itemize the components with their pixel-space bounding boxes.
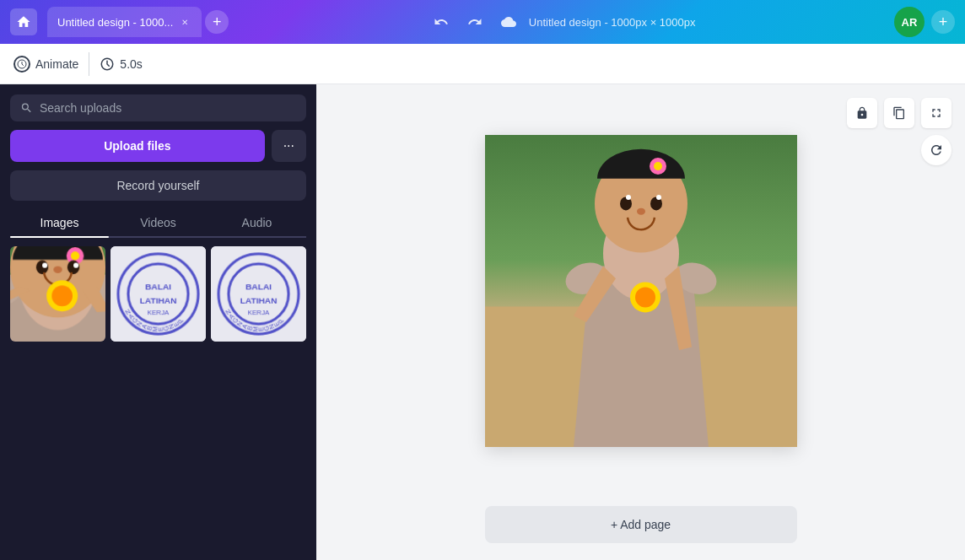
images-tab[interactable]: Images xyxy=(10,209,109,236)
topbar-right: AR + xyxy=(894,7,955,37)
upload-files-button[interactable]: Upload files xyxy=(10,130,265,162)
refresh-button[interactable] xyxy=(921,135,952,165)
design-toolbar: Animate 5.0s xyxy=(0,44,965,84)
duration-button[interactable]: 5.0s xyxy=(100,57,142,72)
share-button[interactable]: + xyxy=(931,10,955,34)
videos-tab[interactable]: Videos xyxy=(109,209,208,236)
add-page-button[interactable]: + Add page xyxy=(485,506,797,543)
redo-button[interactable] xyxy=(461,8,488,35)
topbar-center: Untitled design - 1000px × 1000px xyxy=(235,8,887,35)
canvas-toolbar xyxy=(847,98,952,128)
lock-button[interactable] xyxy=(847,98,877,128)
copy-button[interactable] xyxy=(884,98,914,128)
user-avatar[interactable]: AR xyxy=(894,7,925,37)
tab-area: Untitled design - 1000... ✕ + xyxy=(47,7,229,37)
uploads-sidebar: Upload files ··· Record yourself Images … xyxy=(0,84,316,560)
topbar: Untitled design - 1000... ✕ + Untitled d… xyxy=(0,0,965,44)
expand-button[interactable] xyxy=(921,98,952,128)
stamp-thumbnail-2[interactable] xyxy=(211,246,306,342)
stamp-thumbnail-1[interactable] xyxy=(111,246,206,342)
audio-tab[interactable]: Audio xyxy=(208,209,306,236)
home-button[interactable] xyxy=(10,8,37,35)
document-title: Untitled design - 1000px × 1000px xyxy=(529,16,696,29)
animate-icon xyxy=(13,56,30,73)
add-tab-button[interactable]: + xyxy=(205,10,229,34)
media-tabs: Images Videos Audio xyxy=(10,209,306,238)
active-tab[interactable]: Untitled design - 1000... ✕ xyxy=(47,7,202,37)
toolbar-divider xyxy=(89,52,89,76)
cloud-save-button[interactable] xyxy=(495,8,522,35)
animate-button[interactable]: Animate xyxy=(13,56,78,73)
record-yourself-button[interactable]: Record yourself xyxy=(10,170,306,201)
image-thumbnail[interactable] xyxy=(10,246,105,342)
design-canvas xyxy=(485,135,797,447)
search-box[interactable] xyxy=(10,94,306,121)
undo-button[interactable] xyxy=(428,8,455,35)
tab-close-button[interactable]: ✕ xyxy=(178,15,191,29)
duration-label: 5.0s xyxy=(120,57,142,71)
canvas-area: + Add page xyxy=(316,84,965,560)
main-layout: Upload files ··· Record yourself Images … xyxy=(0,84,965,560)
search-input[interactable] xyxy=(40,101,296,115)
search-icon xyxy=(20,101,33,115)
animate-label: Animate xyxy=(35,57,78,71)
more-options-button[interactable]: ··· xyxy=(272,130,306,162)
upload-row: Upload files ··· xyxy=(10,130,306,162)
images-grid xyxy=(10,246,306,342)
tab-title: Untitled design - 1000... xyxy=(57,16,173,29)
